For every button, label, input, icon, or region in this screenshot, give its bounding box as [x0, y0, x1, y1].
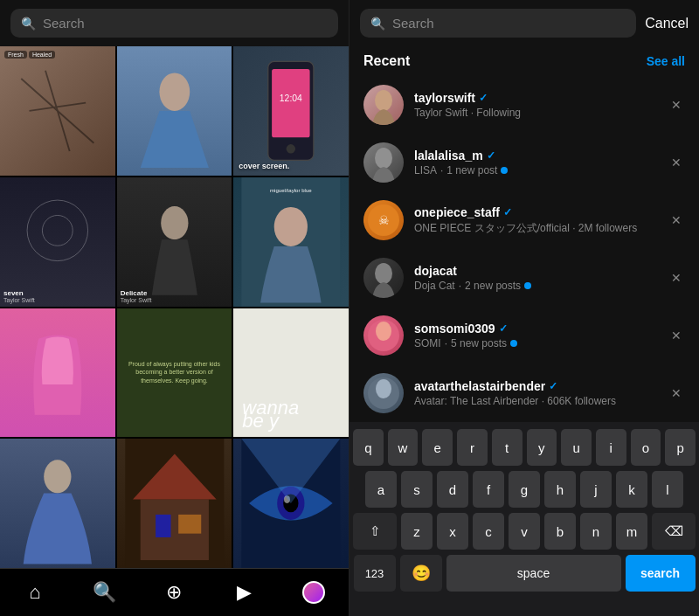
info-avatar: avatarthelastairbender ✓ Avatar: The Las… [414, 379, 657, 407]
key-q[interactable]: q [353, 429, 384, 466]
nav-profile[interactable] [292, 575, 336, 610]
right-search-input[interactable] [392, 16, 626, 31]
verified-somi: ✓ [499, 322, 508, 335]
info-doja: dojacat Doja Cat · 2 new posts [414, 264, 657, 292]
new-dot-doja [524, 282, 531, 289]
grid-cell-3[interactable]: 12:04 cover screen. [233, 46, 349, 176]
key-l[interactable]: l [652, 471, 683, 508]
right-panel: 🔍 Cancel Recent See all taylorswift ✓ [350, 0, 699, 616]
key-g[interactable]: g [509, 471, 540, 508]
close-somi[interactable]: ✕ [668, 325, 685, 346]
key-i[interactable]: i [596, 429, 626, 466]
recent-item-doja[interactable]: dojacat Doja Cat · 2 new posts ✕ [350, 249, 699, 307]
key-d[interactable]: d [437, 471, 468, 508]
close-avatar[interactable]: ✕ [668, 383, 685, 404]
key-k[interactable]: k [616, 471, 647, 508]
svg-point-12 [274, 207, 308, 246]
subtext-doja: Doja Cat · 2 new posts [414, 280, 657, 292]
avatar-taylorswift [363, 85, 404, 125]
svg-point-30 [376, 322, 391, 341]
close-lisa[interactable]: ✕ [668, 152, 685, 173]
key-o[interactable]: o [631, 429, 661, 466]
info-lisa: lalalalisa_m ✓ LISA · 1 new post [414, 149, 657, 176]
subtext-lisa: LISA · 1 new post [414, 164, 657, 176]
key-t[interactable]: t [492, 429, 523, 466]
bottom-nav: ⌂ 🔍 ⊕ ▶ [0, 568, 349, 616]
key-space[interactable]: space [446, 555, 621, 592]
grid-cell-7[interactable] [0, 308, 115, 438]
recent-item-taylorswift[interactable]: taylorswift ✓ Taylor Swift · Following ✕ [350, 76, 699, 134]
search-icon-right: 🔍 [370, 17, 385, 31]
grid-cell-12[interactable] [233, 439, 349, 568]
left-search-container: 🔍 [10, 9, 338, 38]
recent-item-lisa[interactable]: lalalalisa_m ✓ LISA · 1 new post ✕ [350, 134, 699, 191]
key-r[interactable]: r [457, 429, 488, 466]
grid-cell-11[interactable] [117, 439, 232, 568]
recent-title: Recent [363, 53, 410, 69]
nav-home[interactable]: ⌂ [13, 575, 57, 610]
key-n[interactable]: n [580, 513, 612, 550]
svg-point-32 [376, 379, 391, 398]
right-search-bar: 🔍 Cancel [350, 0, 699, 46]
svg-line-1 [45, 71, 70, 151]
key-h[interactable]: h [544, 471, 576, 508]
key-j[interactable]: j [580, 471, 612, 508]
key-emoji[interactable]: 😊 [400, 555, 442, 592]
grid-cell-10[interactable] [0, 439, 115, 568]
key-b[interactable]: b [544, 513, 576, 550]
close-doja[interactable]: ✕ [668, 267, 685, 288]
key-search[interactable]: search [626, 555, 696, 592]
key-w[interactable]: w [388, 429, 419, 466]
key-a[interactable]: a [365, 471, 397, 508]
explore-grid: Fresh Healed 12:04 [0, 46, 349, 568]
svg-point-25 [375, 148, 392, 169]
grid-cell-9[interactable]: wanna be y [233, 308, 349, 438]
grid-cell-6[interactable]: miguel/taylor blue [233, 177, 349, 307]
key-x[interactable]: x [437, 513, 468, 550]
key-y[interactable]: y [527, 429, 557, 466]
svg-point-28 [375, 263, 392, 284]
close-onepiece[interactable]: ✕ [668, 210, 685, 231]
key-z[interactable]: z [401, 513, 433, 550]
key-c[interactable]: c [473, 513, 504, 550]
nav-search[interactable]: 🔍 [83, 575, 127, 610]
cancel-button[interactable]: Cancel [645, 16, 689, 31]
right-search-container: 🔍 [360, 9, 636, 38]
recent-item-onepiece[interactable]: ☠ onepiece_staff ✓ ONE PIECE スタッフ公式/offi… [350, 191, 699, 249]
subtext-taylorswift: Taylor Swift · Following [414, 107, 657, 119]
grid-cell-8[interactable]: Proud of always putting other kids becom… [117, 308, 232, 438]
home-icon: ⌂ [29, 581, 40, 604]
key-s[interactable]: s [401, 471, 433, 508]
key-e[interactable]: e [422, 429, 453, 466]
key-123[interactable]: 123 [354, 555, 396, 592]
key-u[interactable]: u [561, 429, 592, 466]
keyboard-row-1: q w e r t y u i o p [353, 429, 696, 466]
key-delete[interactable]: ⌫ [652, 513, 696, 550]
grid-cell-2[interactable] [117, 46, 232, 176]
see-all-button[interactable]: See all [647, 54, 685, 68]
svg-point-9 [42, 215, 73, 246]
svg-text:miguel/taylor blue: miguel/taylor blue [270, 187, 312, 193]
svg-rect-18 [156, 515, 170, 537]
keyboard: q w e r t y u i o p a s d f g h j k l ⇧ … [350, 422, 699, 616]
nav-add[interactable]: ⊕ [152, 575, 196, 610]
recent-item-avatar[interactable]: avatarthelastairbender ✓ Avatar: The Las… [350, 364, 699, 422]
profile-avatar [302, 581, 325, 604]
cell-3-label: cover screen. [239, 162, 289, 170]
key-f[interactable]: f [473, 471, 504, 508]
key-shift[interactable]: ⇧ [353, 513, 397, 550]
grid-cell-5[interactable]: Delicate Taylor Swift [117, 177, 232, 307]
nav-reels[interactable]: ▶ [222, 575, 266, 610]
info-onepiece: onepiece_staff ✓ ONE PIECE スタッフ公式/offici… [414, 205, 657, 236]
subtext-avatar: Avatar: The Last Airbender · 606K follow… [414, 395, 657, 407]
grid-cell-4[interactable]: seven Taylor Swift [0, 177, 115, 307]
info-somi: somsomi0309 ✓ SOMI · 5 new posts [414, 322, 657, 350]
key-p[interactable]: p [665, 429, 696, 466]
left-search-input[interactable] [43, 16, 328, 31]
grid-cell-1[interactable]: Fresh Healed [0, 46, 115, 176]
key-v[interactable]: v [509, 513, 540, 550]
verified-lisa: ✓ [487, 149, 495, 162]
key-m[interactable]: m [616, 513, 647, 550]
recent-item-somi[interactable]: somsomi0309 ✓ SOMI · 5 new posts ✕ [350, 307, 699, 364]
close-taylorswift[interactable]: ✕ [668, 94, 685, 115]
